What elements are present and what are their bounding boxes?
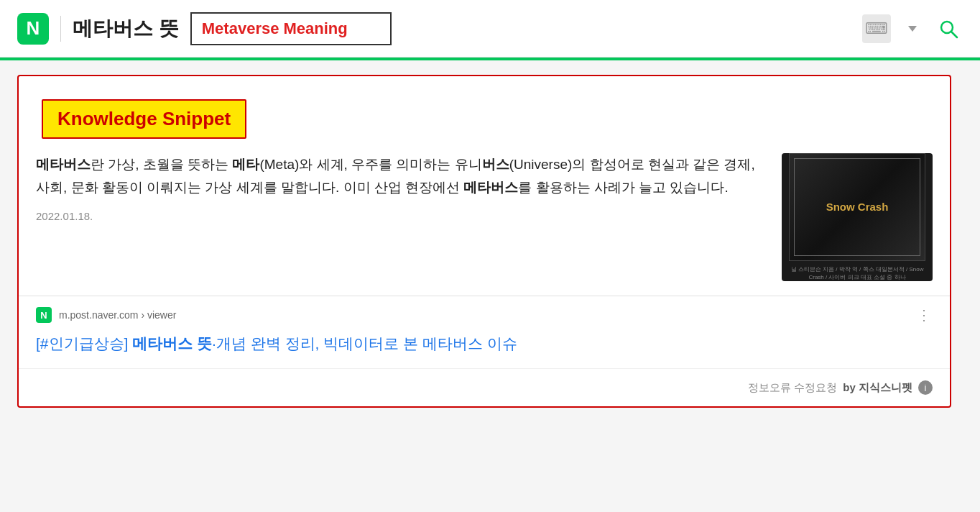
- logo-letter: N: [27, 17, 40, 40]
- snippet-label-text: Knowledge Snippet: [57, 108, 231, 129]
- footer-info-icon[interactable]: i: [918, 380, 933, 395]
- book-cover-image: Snow Crash 닐 스티븐슨 지음 / 박작 역 / 쪽스 대일본서적 /…: [782, 153, 933, 281]
- svg-marker-0: [908, 26, 917, 32]
- keyboard-icon[interactable]: ⌨: [862, 14, 891, 43]
- snippet-link-row: [#인기급상승] 메타버스 뜻·개념 완벽 정리, 빅데이터로 본 메타버스 이…: [19, 334, 950, 368]
- book-title-text: Snow Crash: [826, 200, 889, 214]
- svg-line-2: [951, 32, 957, 37]
- snippet-link[interactable]: [#인기급상승] 메타버스 뜻·개념 완벽 정리, 빅데이터로 본 메타버스 이…: [36, 335, 517, 352]
- snippet-text-area: 메타버스란 가상, 초월을 뜻하는 메타(Meta)와 세계, 우주를 의미하는…: [36, 153, 764, 222]
- source-row: N m.post.naver.com › viewer ⋮: [19, 296, 950, 334]
- source-n-icon: N: [36, 307, 52, 323]
- header-divider: [60, 16, 61, 42]
- snippet-description: 메타버스란 가상, 초월을 뜻하는 메타(Meta)와 세계, 우주를 의미하는…: [36, 153, 764, 200]
- search-input[interactable]: Metaverse Meaning: [190, 12, 392, 45]
- header: N 메타버스 뜻 Metaverse Meaning ⌨: [0, 0, 980, 58]
- main-content: Knowledge Snippet 메타버스란 가상, 초월을 뜻하는 메타(M…: [0, 60, 980, 422]
- book-caption: 닐 스티븐슨 지음 / 박작 역 / 쪽스 대일본서적 / Snow Crash…: [782, 265, 933, 281]
- header-icons: ⌨: [862, 14, 963, 43]
- link-bold: 메타버스 뜻: [132, 335, 212, 352]
- dropdown-icon[interactable]: [898, 14, 927, 43]
- snippet-content-row: 메타버스란 가상, 초월을 뜻하는 메타(Meta)와 세계, 우주를 의미하는…: [36, 153, 933, 281]
- search-icon[interactable]: [934, 14, 963, 43]
- snippet-footer: 정보오류 수정요청 by 지식스니펫 i: [19, 368, 950, 406]
- search-text: Metaverse Meaning: [202, 19, 348, 37]
- header-title-korean: 메타버스 뜻: [73, 15, 179, 42]
- footer-report-text[interactable]: 정보오류 수정요청: [748, 381, 837, 395]
- footer-by-text: by 지식스니펫: [843, 381, 912, 395]
- knowledge-snippet-card: Knowledge Snippet 메타버스란 가상, 초월을 뜻하는 메타(M…: [17, 75, 951, 408]
- link-suffix: ·개념 완벽 정리, 빅데이터로 본 메타버스 이슈: [212, 335, 517, 352]
- book-cover-inner: Snow Crash: [789, 153, 925, 261]
- snippet-date: 2022.01.18.: [36, 210, 764, 222]
- naver-logo: N: [17, 13, 49, 45]
- more-options-button[interactable]: ⋮: [917, 306, 933, 324]
- snippet-label-bar: Knowledge Snippet: [42, 99, 246, 139]
- snippet-body: 메타버스란 가상, 초월을 뜻하는 메타(Meta)와 세계, 우주를 의미하는…: [19, 139, 950, 281]
- source-url: m.post.naver.com › viewer: [59, 309, 176, 321]
- link-prefix: [#인기급상승]: [36, 335, 132, 352]
